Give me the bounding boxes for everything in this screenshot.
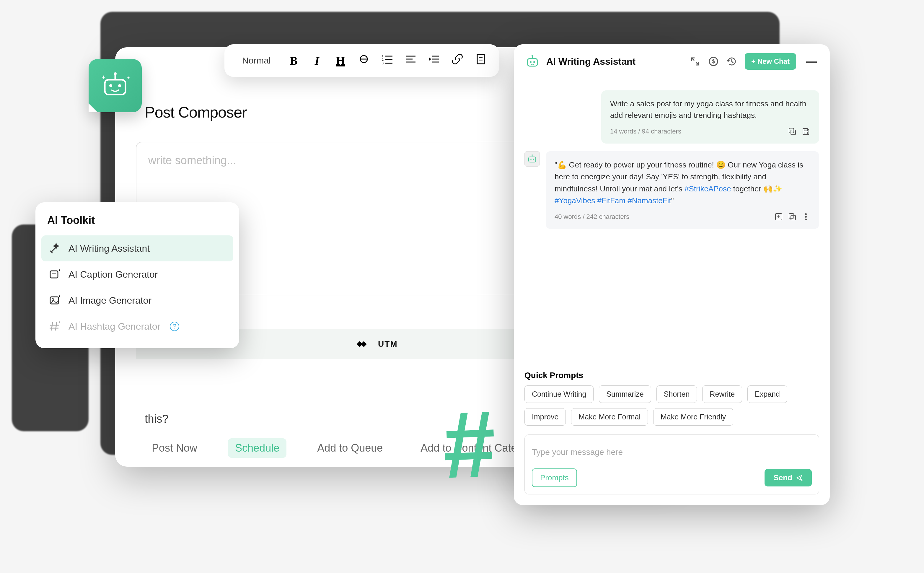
svg-point-51 <box>805 213 807 215</box>
bold-icon[interactable]: B <box>287 54 300 67</box>
editor-toolbar: Normal B I H 123 <box>224 44 499 77</box>
add-to-queue-button[interactable]: Add to Queue <box>310 438 390 458</box>
underline-icon[interactable]: H <box>334 54 347 67</box>
message-input-section: Prompts Send <box>524 434 819 495</box>
utm-icon <box>354 340 369 349</box>
svg-marker-1 <box>361 341 367 347</box>
user-message-stats: 14 words / 94 characters <box>610 128 681 135</box>
toolkit-item-label: AI Writing Assistant <box>69 243 150 254</box>
insert-icon[interactable] <box>774 212 783 221</box>
svg-point-47 <box>532 155 533 156</box>
link-icon[interactable] <box>451 53 464 68</box>
input-footer: Prompts Send <box>532 468 812 487</box>
ai-message-text: "💪 Get ready to power up your fitness ro… <box>555 159 810 207</box>
svg-text:3: 3 <box>382 61 384 65</box>
message-input[interactable] <box>532 442 812 463</box>
user-message-actions <box>788 127 810 136</box>
utm-label[interactable]: UTM <box>378 340 398 349</box>
svg-text:✦: ✦ <box>101 74 106 80</box>
history-icon[interactable] <box>727 56 737 67</box>
toolkit-item-hashtag-generator[interactable]: ✦ AI Hashtag Generator ? <box>41 313 233 340</box>
italic-icon[interactable]: I <box>311 54 324 67</box>
schedule-button[interactable]: Schedule <box>228 438 286 458</box>
qp-summarize[interactable]: Summarize <box>599 385 651 403</box>
save-icon[interactable] <box>802 127 810 136</box>
svg-marker-14 <box>429 58 431 61</box>
svg-point-53 <box>805 219 807 220</box>
quick-prompts-title: Quick Prompts <box>524 371 819 380</box>
align-left-icon[interactable] <box>404 53 417 68</box>
assistant-header: AI Writing Assistant $ + New Chat — <box>514 44 830 78</box>
hashtag-icon: ✦ <box>48 320 61 333</box>
user-msg-line2: add relevant emojis and trending hashtag… <box>610 111 757 120</box>
ai-assistant-panel: AI Writing Assistant $ + New Chat — Writ… <box>514 44 830 505</box>
format-select[interactable]: Normal <box>236 53 277 68</box>
qp-continue-writing[interactable]: Continue Writing <box>524 385 594 403</box>
copy-icon[interactable] <box>788 127 797 136</box>
quick-prompts-row: Continue Writing Summarize Shorten Rewri… <box>524 385 819 426</box>
user-message-text: Write a sales post for my yoga class for… <box>610 98 810 121</box>
toolkit-item-label: AI Caption Generator <box>69 269 158 280</box>
prompts-button[interactable]: Prompts <box>532 468 577 487</box>
svg-point-35 <box>530 61 532 63</box>
assistant-title: AI Writing Assistant <box>546 56 684 67</box>
send-label: Send <box>773 473 792 482</box>
expand-icon[interactable] <box>690 56 700 67</box>
svg-text:✦: ✦ <box>58 320 61 324</box>
svg-point-45 <box>533 159 534 160</box>
svg-rect-49 <box>789 213 794 218</box>
send-icon <box>796 474 803 481</box>
hashtag: #FitFam <box>597 196 625 205</box>
user-msg-line1: Write a sales post for my yoga class for… <box>610 99 806 108</box>
toolkit-item-label: AI Image Generator <box>69 295 152 306</box>
wand-icon <box>48 242 61 255</box>
hashtag: #NamasteFit <box>627 196 671 205</box>
ai-message-row: "💪 Get ready to power up your fitness ro… <box>524 151 819 229</box>
qp-improve[interactable]: Improve <box>524 408 566 426</box>
robot-badge-icon: ✦ ✦ <box>89 59 142 112</box>
svg-text:✦: ✦ <box>58 294 61 298</box>
ai-text: " <box>671 196 674 205</box>
svg-text:✦: ✦ <box>127 75 130 80</box>
outdent-icon[interactable] <box>428 53 440 68</box>
qp-make-formal[interactable]: Make More Formal <box>571 408 648 426</box>
credits-icon[interactable]: $ <box>708 56 719 67</box>
copy-icon[interactable] <box>788 212 797 221</box>
strikethrough-icon[interactable] <box>357 53 370 68</box>
post-now-button[interactable]: Post Now <box>145 438 204 458</box>
qp-expand[interactable]: Expand <box>747 385 787 403</box>
qp-rewrite[interactable]: Rewrite <box>702 385 742 403</box>
quick-prompts-section: Quick Prompts Continue Writing Summarize… <box>514 368 830 432</box>
image-icon: ✦ <box>48 294 61 307</box>
composer-title: Post Composer <box>145 103 247 121</box>
svg-point-31 <box>52 299 54 301</box>
send-button[interactable]: Send <box>765 469 812 487</box>
hashtag: #StrikeAPose <box>685 184 731 193</box>
caption-icon: ✦ <box>48 268 61 281</box>
svg-point-21 <box>118 84 121 87</box>
minimize-icon[interactable]: — <box>804 55 819 67</box>
composer-placeholder: write something... <box>148 154 236 167</box>
toolkit-title: AI Toolkit <box>41 211 233 235</box>
qp-shorten[interactable]: Shorten <box>657 385 697 403</box>
ai-message: "💪 Get ready to power up your fitness ro… <box>546 151 819 229</box>
toolkit-item-writing-assistant[interactable]: AI Writing Assistant <box>41 235 233 261</box>
new-chat-button[interactable]: + New Chat <box>745 53 796 70</box>
chat-body: Write a sales post for my yoga class for… <box>514 78 830 368</box>
svg-point-38 <box>532 55 533 57</box>
toolkit-item-image-generator[interactable]: ✦ AI Image Generator <box>41 287 233 313</box>
document-icon[interactable] <box>475 53 487 68</box>
help-icon[interactable]: ? <box>170 322 179 331</box>
qp-make-friendly[interactable]: Make More Friendly <box>653 408 733 426</box>
toolkit-item-label: AI Hashtag Generator <box>69 321 160 332</box>
more-icon[interactable] <box>802 212 810 221</box>
svg-rect-26 <box>50 271 58 278</box>
svg-text:$: $ <box>712 58 715 64</box>
ordered-list-icon[interactable]: 123 <box>381 53 394 68</box>
header-icons: $ + New Chat — <box>690 53 819 70</box>
toolkit-item-caption-generator[interactable]: ✦ AI Caption Generator <box>41 261 233 287</box>
svg-rect-43 <box>528 157 536 162</box>
svg-rect-41 <box>789 128 794 133</box>
svg-point-23 <box>114 72 117 75</box>
ai-message-footer: 40 words / 242 characters <box>555 212 810 221</box>
